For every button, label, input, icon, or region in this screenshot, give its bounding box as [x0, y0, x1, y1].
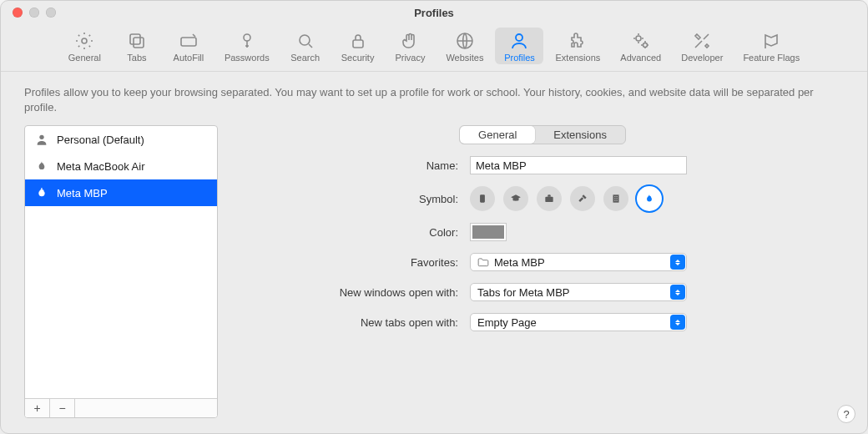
person-icon — [509, 31, 529, 51]
subtab-general[interactable]: General — [460, 126, 535, 144]
symbol-picker — [470, 186, 844, 211]
new-tabs-label: New tabs open with: — [241, 316, 458, 329]
add-profile-button[interactable]: + — [25, 399, 50, 417]
color-swatch — [472, 225, 504, 239]
toolbar-tab-passwords[interactable]: Passwords — [216, 28, 278, 64]
globe-icon — [455, 31, 475, 51]
svg-point-9 — [636, 36, 641, 41]
toolbar-tab-label: Search — [290, 53, 320, 63]
autofill-icon — [179, 31, 199, 51]
svg-point-8 — [516, 34, 522, 41]
new-windows-popup[interactable]: Tabs for Meta MBP — [470, 283, 687, 301]
svg-rect-14 — [613, 195, 619, 203]
flame-icon — [35, 186, 48, 199]
gears-icon — [631, 31, 651, 51]
favorites-value: Meta MBP — [494, 256, 545, 269]
toolbar-tab-label: Feature Flags — [743, 53, 800, 63]
person-icon — [35, 133, 48, 146]
hand-icon — [400, 31, 420, 51]
toolbar-tab-general[interactable]: General — [60, 28, 109, 64]
toolbar-tab-label: Advanced — [620, 53, 661, 63]
toolbar-tab-label: Security — [341, 53, 375, 63]
toolbar-tab-autofill[interactable]: AutoFill — [164, 28, 213, 64]
minimize-window-button[interactable] — [29, 8, 39, 18]
symbol-option-briefcase[interactable] — [537, 186, 562, 211]
svg-rect-12 — [480, 195, 485, 203]
profile-row-label: Meta MBP — [57, 187, 108, 199]
key-icon — [237, 31, 257, 51]
toolbar-tab-label: Passwords — [225, 53, 270, 63]
profile-subtabs: General Extensions — [459, 125, 626, 144]
titlebar: Profiles — [1, 1, 867, 24]
toolbar-tab-label: Profiles — [504, 53, 535, 63]
new-tabs-value: Empty Page — [477, 316, 537, 329]
profile-row-label: Personal (Default) — [57, 134, 144, 146]
profiles-list-body[interactable]: Personal (Default) Meta MacBook Air Meta… — [25, 126, 217, 398]
profile-editor: General Extensions Name: Symbol: — [241, 125, 844, 418]
profile-row[interactable]: Meta MacBook Air — [25, 153, 217, 179]
svg-rect-3 — [181, 38, 196, 46]
symbol-option-graduation-cap[interactable] — [503, 186, 528, 211]
close-window-button[interactable] — [13, 8, 23, 18]
svg-point-0 — [82, 38, 87, 43]
toolbar-tab-feature-flags[interactable]: Feature Flags — [734, 28, 808, 64]
svg-point-4 — [244, 34, 250, 41]
toolbar-tab-privacy[interactable]: Privacy — [386, 28, 434, 64]
chevron-updown-icon — [670, 255, 685, 270]
window-title: Profiles — [414, 7, 454, 19]
search-icon — [295, 31, 315, 51]
symbol-option-id-card[interactable] — [470, 186, 495, 211]
traffic-lights — [13, 8, 56, 18]
svg-point-10 — [643, 43, 647, 48]
color-label: Color: — [241, 226, 458, 239]
name-label: Name: — [241, 159, 458, 172]
gear-icon — [74, 31, 94, 51]
toolbar-tab-profiles[interactable]: Profiles — [495, 28, 543, 64]
tabs-icon — [127, 31, 147, 51]
preferences-window: Profiles General Tabs AutoFill Pass — [0, 0, 868, 434]
new-windows-value: Tabs for Meta MBP — [477, 286, 570, 299]
toolbar-tab-developer[interactable]: Developer — [673, 28, 731, 64]
favorites-label: Favorites: — [241, 256, 458, 269]
new-windows-label: New windows open with: — [241, 286, 458, 299]
profiles-list-footer: + − — [25, 398, 217, 417]
help-button[interactable]: ? — [837, 405, 855, 423]
preferences-toolbar: General Tabs AutoFill Passwords Search — [1, 24, 867, 72]
toolbar-tab-advanced[interactable]: Advanced — [612, 28, 669, 64]
favorites-popup[interactable]: Meta MBP — [470, 253, 687, 271]
symbol-option-building[interactable] — [603, 186, 628, 211]
toolbar-tab-tabs[interactable]: Tabs — [113, 28, 161, 64]
profile-name-input[interactable] — [470, 156, 687, 174]
puzzle-icon — [568, 31, 588, 51]
chevron-updown-icon — [670, 285, 685, 300]
profiles-list: Personal (Default) Meta MacBook Air Meta… — [24, 125, 218, 418]
svg-point-5 — [300, 35, 310, 45]
svg-rect-2 — [134, 38, 144, 48]
color-well[interactable] — [470, 223, 507, 241]
toolbar-tab-label: AutoFill — [174, 53, 204, 63]
toolbar-tab-websites[interactable]: Websites — [437, 28, 492, 64]
svg-rect-6 — [353, 40, 363, 48]
symbol-label: Symbol: — [241, 193, 458, 205]
toolbar-tab-label: General — [68, 53, 101, 63]
toolbar-tab-label: Websites — [446, 53, 483, 63]
symbol-option-flame[interactable] — [637, 186, 662, 211]
profile-row[interactable]: Personal (Default) — [25, 126, 217, 153]
toolbar-tab-security[interactable]: Security — [333, 28, 383, 64]
new-tabs-popup[interactable]: Empty Page — [470, 313, 687, 331]
toolbar-tab-extensions[interactable]: Extensions — [547, 28, 608, 64]
folder-icon — [477, 257, 489, 267]
svg-rect-1 — [130, 34, 140, 44]
toolbar-tab-label: Tabs — [127, 53, 146, 63]
toolbar-tab-search[interactable]: Search — [281, 28, 330, 64]
profile-form: Name: Symbol: Color: — [241, 156, 844, 331]
tools-icon — [692, 31, 712, 51]
remove-profile-button[interactable]: − — [50, 399, 75, 417]
profile-row[interactable]: Meta MBP — [25, 179, 217, 206]
chevron-updown-icon — [670, 315, 685, 330]
svg-rect-13 — [545, 197, 553, 202]
zoom-window-button[interactable] — [46, 8, 56, 18]
toolbar-tab-label: Privacy — [395, 53, 425, 63]
symbol-option-hammer[interactable] — [570, 186, 595, 211]
subtab-extensions[interactable]: Extensions — [535, 126, 625, 144]
